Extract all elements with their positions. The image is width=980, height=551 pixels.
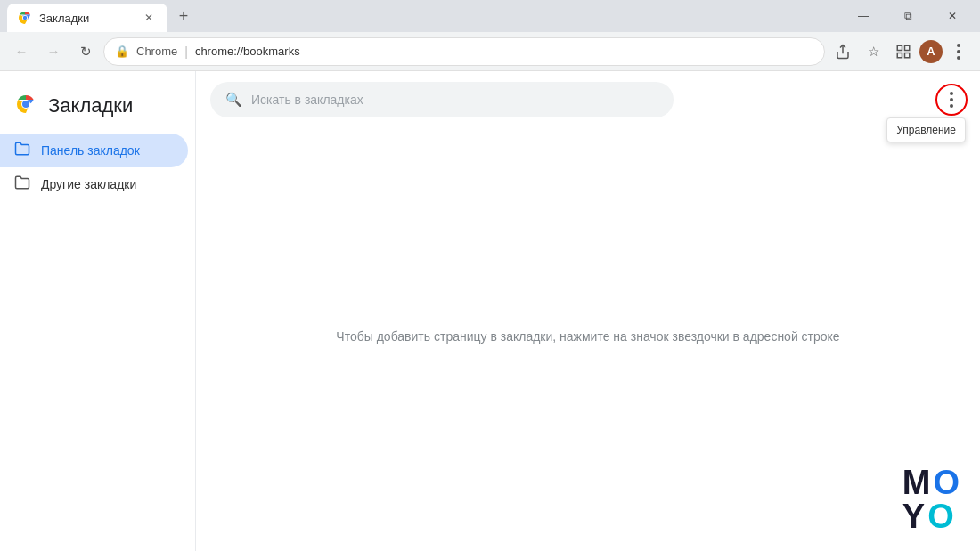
svg-rect-6	[905, 45, 910, 50]
share-button[interactable]	[829, 37, 857, 66]
back-button[interactable]: ←	[7, 37, 36, 66]
active-tab[interactable]: Закладки ✕	[7, 4, 167, 32]
new-tab-button[interactable]: +	[171, 4, 196, 28]
bookmark-star-button[interactable]: ☆	[859, 37, 887, 66]
extensions-button[interactable]	[889, 37, 918, 66]
more-dots-icon	[950, 92, 953, 108]
watermark-top-row: M O	[902, 466, 959, 499]
main-area: 🔍 Управление Чтобы добавить страницу в з…	[196, 71, 980, 551]
sidebar-item-label-2: Другие закладки	[41, 177, 136, 191]
forward-button[interactable]: →	[39, 37, 68, 66]
svg-point-3	[23, 16, 27, 20]
watermark-y: Y	[902, 499, 924, 533]
minimize-button[interactable]: —	[843, 2, 884, 30]
empty-content: Чтобы добавить страницу в закладки, нажм…	[196, 121, 980, 551]
sidebar-item-other-bookmarks[interactable]: Другие закладки	[0, 167, 188, 201]
toolbar-row: 🔍 Управление	[196, 71, 980, 121]
watermark-o2: O	[927, 499, 953, 533]
svg-point-11	[22, 101, 29, 108]
svg-rect-5	[897, 45, 902, 50]
manage-tooltip: Управление	[886, 117, 966, 142]
more-menu-button[interactable]	[937, 85, 966, 114]
sidebar-header: Закладки	[0, 85, 195, 134]
search-input[interactable]	[251, 93, 658, 107]
chrome-logo	[14, 93, 37, 119]
profile-avatar[interactable]: А	[919, 40, 943, 63]
svg-rect-7	[905, 53, 910, 57]
folder-icon-2	[14, 174, 30, 194]
navbar: ← → ↻ 🔒 Chrome | chrome://bookmarks ☆ А	[0, 32, 980, 71]
folder-icon	[14, 141, 30, 160]
content-area: Закладки Панель закладок Другие закладки	[0, 71, 980, 551]
titlebar-controls: — ⧉ ✕	[843, 2, 973, 30]
more-menu-container: Управление	[937, 85, 966, 114]
address-separator: |	[184, 45, 188, 59]
close-button[interactable]: ✕	[932, 2, 973, 30]
page-title: Закладки	[48, 94, 133, 117]
tab-title: Закладки	[39, 12, 89, 25]
sidebar-item-label: Панель закладок	[41, 143, 140, 158]
address-url: chrome://bookmarks	[195, 45, 300, 58]
security-icon: 🔒	[115, 45, 129, 58]
sidebar-item-bookmarks-bar[interactable]: Панель закладок	[0, 134, 188, 167]
watermark: M O Y O	[902, 466, 959, 533]
search-icon: 🔍	[225, 92, 242, 108]
tab-close-button[interactable]: ✕	[141, 10, 157, 26]
watermark-bottom-row: Y O	[902, 499, 959, 533]
navbar-right: ☆ А	[829, 37, 973, 66]
dots-icon	[957, 44, 960, 60]
watermark-o1: O	[933, 466, 959, 499]
watermark-m: M	[902, 466, 930, 499]
empty-text: Чтобы добавить страницу в закладки, нажм…	[336, 329, 839, 344]
address-bar[interactable]: 🔒 Chrome | chrome://bookmarks	[103, 37, 825, 66]
search-bar[interactable]: 🔍	[210, 82, 674, 117]
chrome-label: Chrome	[136, 45, 177, 58]
titlebar: Закладки ✕ + — ⧉ ✕	[0, 0, 980, 32]
svg-rect-8	[897, 53, 902, 57]
reload-button[interactable]: ↻	[71, 37, 100, 66]
sidebar: Закладки Панель закладок Другие закладки	[0, 71, 196, 551]
titlebar-left: Закладки ✕ +	[7, 2, 196, 30]
tab-favicon	[18, 11, 32, 25]
restore-button[interactable]: ⧉	[887, 2, 928, 30]
chrome-menu-button[interactable]	[944, 37, 973, 66]
